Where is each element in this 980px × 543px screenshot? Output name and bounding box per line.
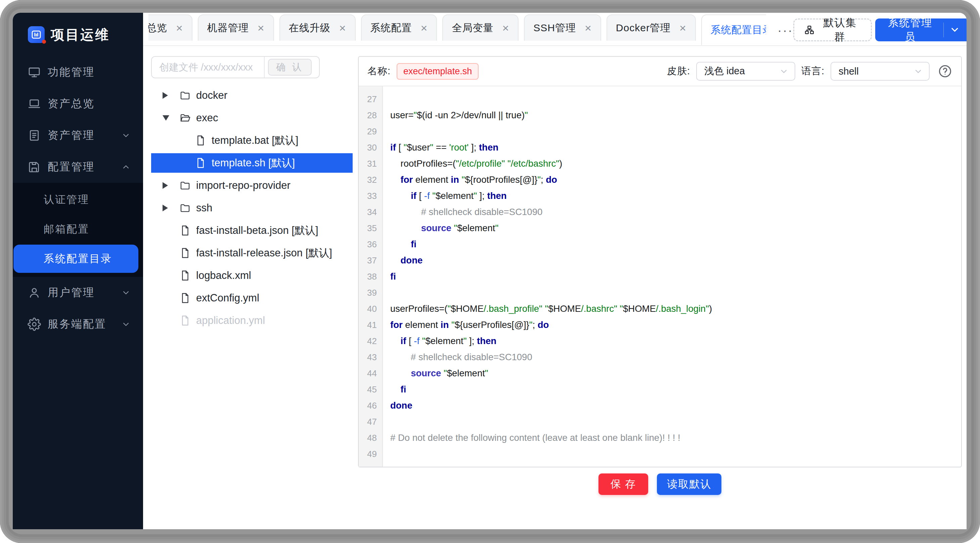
code-line: user="$(id -un 2>/dev/null || true)" <box>390 107 961 123</box>
sidebar-menu: 功能管理资产总览资产管理配置管理认证管理邮箱配置系统配置目录用户管理服务端配置 <box>13 56 143 340</box>
tab-系统配置[interactable]: 系统配置× <box>361 14 437 41</box>
caret-closed-icon[interactable] <box>162 92 170 99</box>
language-select-value: shell <box>838 66 859 77</box>
code-line: source "$element" <box>390 220 961 236</box>
tree-node-label: ssh <box>196 202 212 214</box>
code-line: for element in "${rootProfiles[@]}"; do <box>390 172 961 188</box>
user-icon <box>27 286 41 299</box>
sidebar-item-5[interactable]: 用户管理 <box>13 277 143 309</box>
line-number: 40 <box>359 301 382 317</box>
line-number: 47 <box>359 414 382 430</box>
default-cluster-button[interactable]: 默认集群 <box>793 19 872 41</box>
confirm-button[interactable]: 确 认 <box>268 59 312 76</box>
cluster-button-label: 默认集群 <box>819 16 861 44</box>
close-tab-icon[interactable]: × <box>176 22 183 33</box>
language-label: 语言: <box>801 65 824 78</box>
language-select[interactable]: shell <box>830 62 930 81</box>
code-line: done <box>390 398 961 414</box>
close-tab-icon[interactable]: × <box>258 22 265 33</box>
tree-row-file[interactable]: fast-install-release.json [默认] <box>151 243 353 263</box>
help-icon[interactable] <box>938 64 953 79</box>
tree-row-file[interactable]: extConfig.yml <box>151 288 353 308</box>
line-number: 30 <box>359 139 382 156</box>
laptop-icon <box>27 97 41 111</box>
folder-open-icon <box>179 112 191 124</box>
sidebar-item-2[interactable]: 资产总览 <box>13 88 143 119</box>
tree-row-file[interactable]: template.bat [默认] <box>151 131 353 150</box>
close-tab-icon[interactable]: × <box>421 22 428 33</box>
tab-label: Docker管理 <box>616 21 671 35</box>
app-logo-icon <box>28 26 45 43</box>
line-number: 31 <box>359 156 382 172</box>
code-line <box>390 123 961 139</box>
tree-row-folder[interactable]: ssh <box>151 198 353 218</box>
sidebar-subitem[interactable]: 系统配置目录 <box>13 245 138 273</box>
sidebar-item-1[interactable]: 功能管理 <box>13 56 143 88</box>
sidebar-item-4[interactable]: 配置管理 <box>13 151 143 183</box>
sidebar-submenu: 认证管理邮箱配置系统配置目录 <box>13 183 143 277</box>
close-tab-icon[interactable]: × <box>339 22 346 33</box>
line-number: 37 <box>359 252 382 269</box>
line-number: 27 <box>359 91 382 107</box>
chevron-up-icon <box>121 162 131 172</box>
tree-row-folder[interactable]: import-repo-provider <box>151 176 353 195</box>
tabs-overflow-button[interactable]: ··· <box>778 24 793 38</box>
current-user-button[interactable]: 系统管理员 <box>875 19 967 41</box>
tab-系统配置目录[interactable]: 系统配置目录× <box>701 14 766 45</box>
caret-open-icon[interactable] <box>162 115 170 121</box>
input-divider <box>264 57 265 78</box>
file-icon <box>195 135 206 146</box>
screenshot-canvas: 项目运维 功能管理资产总览资产管理配置管理认证管理邮箱配置系统配置目录用户管理服… <box>0 0 980 543</box>
sidebar-subitem-label: 认证管理 <box>44 193 89 207</box>
logo-dot <box>42 40 46 44</box>
create-file-group: 确 认 <box>151 56 320 78</box>
tree-row-file[interactable]: application.yml <box>151 311 353 330</box>
line-number: 45 <box>359 381 382 398</box>
line-number: 48 <box>359 430 382 446</box>
tab-Docker管理[interactable]: Docker管理× <box>606 14 696 41</box>
tab-全局变量[interactable]: 全局变量× <box>442 14 519 41</box>
cluster-icon <box>804 24 815 35</box>
code-editor[interactable]: 2728293031323334353637383940414243444546… <box>359 86 961 467</box>
caret-closed-icon[interactable] <box>162 182 170 189</box>
tab-机器管理[interactable]: 机器管理× <box>198 14 274 41</box>
skin-label: 皮肤: <box>667 65 690 78</box>
tab-label: 全局变量 <box>452 21 493 35</box>
tree-row-file[interactable]: fast-install-beta.json [默认] <box>151 221 353 240</box>
file-name-tag: exec/template.sh <box>397 63 479 80</box>
tree-node-label: extConfig.yml <box>196 292 259 304</box>
tree-row-folder[interactable]: docker <box>151 86 353 105</box>
code-line: fi <box>390 269 961 285</box>
close-tab-icon[interactable]: × <box>502 22 509 33</box>
line-number: 34 <box>359 204 382 220</box>
app-window: 项目运维 功能管理资产总览资产管理配置管理认证管理邮箱配置系统配置目录用户管理服… <box>13 13 967 529</box>
content-area: 确 认 dockerexectemplate.bat [默认]template.… <box>143 46 967 529</box>
line-number: 36 <box>359 236 382 252</box>
tab-在线升级[interactable]: 在线升级× <box>279 14 356 41</box>
line-number: 32 <box>359 172 382 188</box>
line-number: 41 <box>359 317 382 333</box>
sidebar-item-3[interactable]: 资产管理 <box>13 119 143 151</box>
tree-row-folder[interactable]: exec <box>151 108 353 128</box>
sidebar-subitem[interactable]: 认证管理 <box>13 185 143 214</box>
code-line: fi <box>390 381 961 398</box>
save-button[interactable]: 保 存 <box>598 473 649 495</box>
tab-SSH管理[interactable]: SSH管理× <box>524 14 601 41</box>
sidebar-item-6[interactable]: 服务端配置 <box>13 309 143 340</box>
line-number-gutter: 2728293031323334353637383940414243444546… <box>359 86 383 467</box>
tree-row-file[interactable]: template.sh [默认] <box>151 153 353 173</box>
skin-select[interactable]: 浅色 idea <box>696 62 795 81</box>
sidebar-subitem-label: 系统配置目录 <box>44 252 112 266</box>
tab-资产总览[interactable]: 资产总览× <box>148 14 192 41</box>
tree-row-file[interactable]: logback.xml <box>151 266 353 285</box>
chevron-down-icon <box>913 67 923 76</box>
app-title: 项目运维 <box>51 25 110 44</box>
close-tab-icon[interactable]: × <box>679 22 686 33</box>
create-file-input[interactable] <box>152 57 264 78</box>
read-default-button[interactable]: 读取默认 <box>657 473 721 495</box>
line-number: 44 <box>359 365 382 381</box>
sidebar-subitem[interactable]: 邮箱配置 <box>13 214 143 244</box>
close-tab-icon[interactable]: × <box>585 22 592 33</box>
caret-closed-icon[interactable] <box>162 205 170 211</box>
tab-label: SSH管理 <box>533 21 576 35</box>
